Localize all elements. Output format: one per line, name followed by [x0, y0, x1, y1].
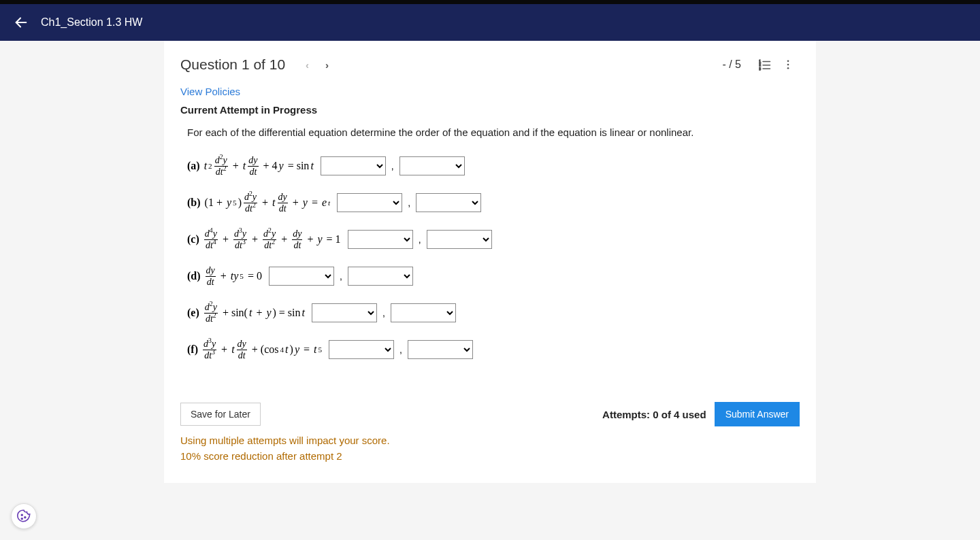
equation-e: d2ydt2 + sin(t + y) = sint — [203, 303, 305, 324]
save-for-later-button[interactable]: Save for Later — [180, 403, 261, 426]
svg-point-9 — [787, 67, 789, 69]
question-prompt: For each of the differential equation de… — [187, 126, 800, 138]
equation-c: d4ydt4 + d3ydt3 + d2ydt2 + dydt + y = 1 — [203, 229, 341, 250]
equation-f: d3ydt3 + t dydt + (cos4t)y = t5 — [202, 339, 322, 360]
part-label: (d) — [187, 270, 201, 282]
part-b-order-select[interactable] — [337, 193, 402, 212]
question-toolbar: Question 1 of 10 ‹ › - / 5 123 — [164, 41, 816, 80]
svg-point-11 — [24, 517, 26, 518]
view-policies-link[interactable]: View Policies — [164, 80, 816, 101]
attempt-warning: Using multiple attempts will impact your… — [164, 426, 816, 464]
assignment-header: Ch1_Section 1.3 HW — [0, 4, 980, 41]
next-question-button[interactable]: › — [317, 56, 337, 73]
warning-line-2: 10% score reduction after attempt 2 — [180, 449, 800, 465]
warning-line-1: Using multiple attempts will impact your… — [180, 433, 800, 449]
more-menu-icon[interactable] — [777, 56, 800, 73]
part-e-order-select[interactable] — [312, 303, 377, 322]
part-d-row: (d) dydt + ty5 = 0 , — [187, 262, 800, 290]
attempt-status: Current Attempt in Progress — [164, 101, 816, 126]
separator: , — [399, 344, 402, 355]
part-a-row: (a) t2 d2ydt2 + t dydt + 4y = sint , — [187, 152, 800, 180]
question-footer: Save for Later Attempts: 0 of 4 used Sub… — [164, 402, 816, 426]
svg-point-10 — [21, 514, 22, 516]
separator: , — [391, 161, 394, 171]
part-label: (e) — [187, 307, 199, 319]
equation-d: dydt + ty5 = 0 — [205, 266, 262, 287]
equation-a: t2 d2ydt2 + t dydt + 4y = sint — [204, 156, 314, 177]
part-e-linearity-select[interactable] — [391, 303, 456, 322]
submit-answer-button[interactable]: Submit Answer — [715, 402, 800, 426]
separator: , — [340, 271, 342, 282]
question-card: Question 1 of 10 ‹ › - / 5 123 View Poli… — [164, 41, 816, 483]
part-a-linearity-select[interactable] — [399, 156, 465, 175]
assignment-title: Ch1_Section 1.3 HW — [41, 16, 142, 29]
part-b-row: (b) (1 + y5) d2ydt2 + t dydt + y = et , — [187, 188, 800, 217]
part-a-order-select[interactable] — [321, 156, 386, 175]
part-f-linearity-select[interactable] — [408, 340, 473, 359]
question-content: For each of the differential equation de… — [164, 126, 816, 387]
part-d-linearity-select[interactable] — [348, 267, 413, 286]
prev-question-button[interactable]: ‹ — [297, 56, 317, 73]
svg-text:3: 3 — [759, 67, 761, 71]
question-list-icon[interactable]: 123 — [753, 56, 777, 73]
svg-point-12 — [21, 518, 22, 520]
separator: , — [408, 197, 410, 208]
part-c-order-select[interactable] — [348, 230, 413, 249]
part-e-row: (e) d2ydt2 + sin(t + y) = sint , — [187, 299, 800, 327]
part-label: (c) — [187, 233, 199, 246]
part-d-order-select[interactable] — [269, 267, 334, 286]
part-c-row: (c) d4ydt4 + d3ydt3 + d2ydt2 + dydt + y … — [187, 225, 800, 254]
svg-point-7 — [787, 60, 789, 62]
attempts-counter: Attempts: 0 of 4 used — [602, 409, 706, 420]
separator: , — [382, 307, 385, 318]
question-number: Question 1 of 10 — [180, 56, 285, 73]
part-f-row: (f) d3ydt3 + t dydt + (cos4t)y = t5 , — [187, 335, 800, 364]
part-f-order-select[interactable] — [329, 340, 394, 359]
part-label: (f) — [187, 343, 198, 356]
cookie-settings-icon[interactable] — [11, 503, 37, 529]
part-label: (a) — [187, 160, 200, 172]
part-c-linearity-select[interactable] — [427, 230, 492, 249]
score-display: - / 5 — [722, 58, 741, 71]
back-arrow-icon[interactable] — [14, 15, 29, 30]
svg-point-8 — [787, 64, 789, 66]
part-label: (b) — [187, 197, 201, 209]
equation-b: (1 + y5) d2ydt2 + t dydt + y = et — [205, 192, 331, 214]
separator: , — [419, 234, 421, 245]
part-b-linearity-select[interactable] — [416, 193, 481, 212]
